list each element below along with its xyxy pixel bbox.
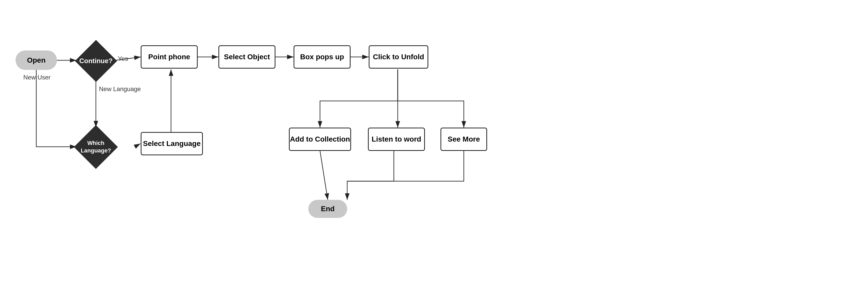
svg-line-4	[135, 144, 141, 147]
yes-label: Yes	[118, 55, 128, 62]
new-user-label: New User	[23, 74, 51, 81]
select-object-node: Select Object	[218, 45, 275, 69]
which-language-label: WhichLanguage?	[78, 137, 114, 157]
continue-diamond: Continue?	[75, 40, 117, 82]
point-phone-label: Point phone	[148, 53, 190, 61]
which-language-wrapper: WhichLanguage?	[73, 127, 118, 167]
new-language-label: New Language	[99, 85, 141, 93]
click-to-unfold-label: Click to Unfold	[373, 53, 424, 61]
see-more-label: See More	[448, 135, 480, 143]
box-pops-up-node: Box pops up	[293, 45, 350, 69]
select-language-label: Select Language	[143, 140, 201, 148]
which-language-diamond: WhichLanguage?	[74, 125, 118, 169]
open-label: Open	[27, 56, 45, 65]
end-label: End	[321, 205, 335, 213]
click-to-unfold-node: Click to Unfold	[369, 45, 428, 69]
continue-label: Continue?	[77, 55, 115, 68]
add-to-collection-label: Add to Collection	[290, 135, 350, 143]
open-node: Open	[16, 50, 57, 70]
svg-line-9	[320, 151, 328, 200]
add-to-collection-node: Add to Collection	[289, 128, 351, 151]
flowchart-diagram: Open Continue? WhichLanguage? Point phon…	[0, 0, 868, 286]
end-node: End	[308, 200, 347, 218]
listen-to-word-label: Listen to word	[372, 135, 421, 143]
select-language-node: Select Language	[141, 132, 203, 155]
point-phone-node: Point phone	[141, 45, 198, 69]
listen-to-word-node: Listen to word	[368, 128, 425, 151]
continue-diamond-wrapper: Continue?	[75, 40, 117, 81]
select-object-label: Select Object	[224, 53, 270, 61]
see-more-node: See More	[440, 128, 487, 151]
box-pops-up-label: Box pops up	[300, 53, 344, 61]
arrows-layer	[0, 0, 868, 286]
